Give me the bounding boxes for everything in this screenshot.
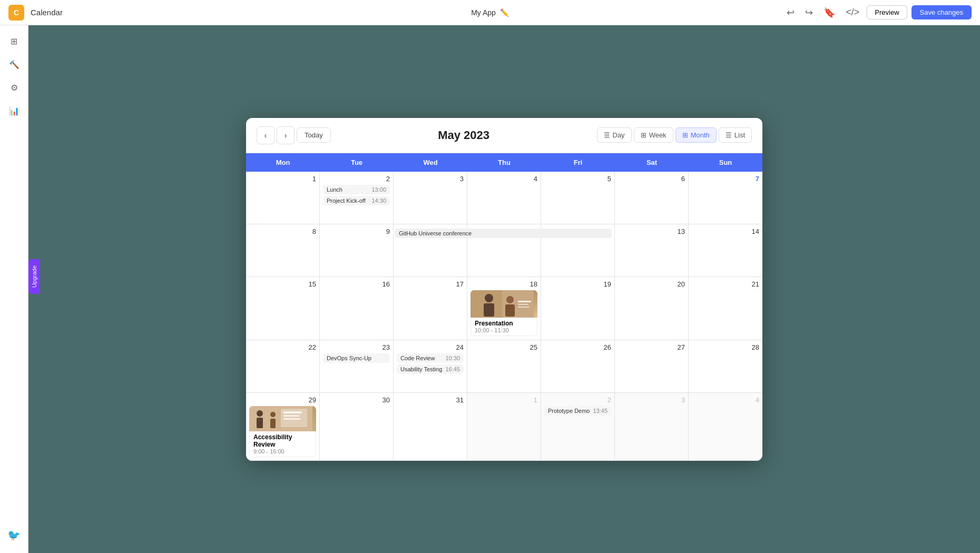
cell-may-31[interactable]: 31: [394, 393, 467, 461]
event-title: Prototype Demo: [548, 408, 590, 414]
next-month-button[interactable]: ›: [277, 126, 295, 144]
edit-icon[interactable]: ✏️: [500, 8, 509, 17]
week-view-icon: ⊞: [641, 131, 646, 139]
cell-may-2[interactable]: 2 Lunch 13:00 Project Kick-off 14:30: [320, 172, 394, 224]
date-16: 16: [323, 280, 390, 288]
cell-may-4[interactable]: 4: [467, 172, 541, 224]
sidebar-item-dashboard[interactable]: ⊞: [5, 32, 24, 51]
cell-may-21[interactable]: 21: [689, 277, 762, 340]
svg-point-2: [485, 294, 493, 302]
sidebar-item-analytics[interactable]: 📊: [5, 101, 24, 120]
cell-may-11[interactable]: 11: [467, 224, 541, 277]
blackbird-icon[interactable]: 🐦: [7, 529, 21, 541]
cell-jun-3[interactable]: 3: [615, 393, 689, 461]
topbar: C Calendar My App ✏️ ↩ ↪ 🔖 </> Preview S…: [0, 0, 980, 25]
cell-may-7[interactable]: 7: [689, 172, 762, 224]
cell-may-30[interactable]: 30: [320, 393, 394, 461]
event-code-review[interactable]: Code Review 10:30: [397, 353, 464, 363]
cell-may-8[interactable]: 8: [246, 224, 320, 277]
cell-may-5[interactable]: 5: [541, 172, 615, 224]
cell-may-1[interactable]: 1: [246, 172, 320, 224]
cell-may-24[interactable]: 24 Code Review 10:30 Usability Testing 1…: [394, 340, 467, 393]
prev-month-button[interactable]: ‹: [257, 126, 275, 144]
date-19: 19: [544, 280, 611, 288]
upgrade-sidebar[interactable]: Upgrade: [28, 259, 40, 294]
cell-jun-2[interactable]: 2 Prototype Demo 13:45: [541, 393, 615, 461]
cell-may-18[interactable]: 18: [467, 277, 541, 340]
date-27: 27: [618, 343, 685, 351]
cell-may-12[interactable]: 12: [541, 224, 615, 277]
cell-jun-1[interactable]: 1: [467, 393, 541, 461]
accessibility-card[interactable]: Accessibility Review 9:00 - 16:00: [249, 406, 316, 457]
event-usability[interactable]: Usability Testing 16:45: [397, 364, 464, 374]
cell-may-6[interactable]: 6: [615, 172, 689, 224]
cell-may-10[interactable]: 10: [394, 224, 467, 277]
presentation-title: Presentation: [475, 320, 533, 327]
save-button[interactable]: Save changes: [912, 5, 972, 19]
analytics-icon: 📊: [9, 106, 19, 116]
cell-may-25[interactable]: 25: [467, 340, 541, 393]
week-view-button[interactable]: ⊞ Week: [634, 127, 673, 143]
event-kickoff[interactable]: Project Kick-off 14:30: [323, 196, 390, 205]
cell-jun-4[interactable]: 4: [689, 393, 762, 461]
list-view-icon: ☰: [726, 131, 732, 139]
today-button[interactable]: Today: [297, 127, 331, 143]
presentation-card-body: Presentation 10:00 - 11:30: [471, 318, 537, 336]
date-28: 28: [692, 343, 759, 351]
sidebar: ⊞ 🔨 ⚙ 📊 🐦: [0, 25, 28, 553]
history-button[interactable]: 🔖: [820, 5, 838, 21]
date-29: 29: [249, 396, 316, 404]
svg-rect-5: [505, 304, 515, 317]
day-view-icon: ☰: [604, 131, 610, 139]
event-time: 16:45: [445, 366, 460, 372]
date-24: 24: [397, 343, 464, 351]
sidebar-item-tools[interactable]: 🔨: [5, 55, 24, 74]
date-1: 1: [249, 175, 316, 183]
presentation-card[interactable]: Presentation 10:00 - 11:30: [471, 290, 537, 336]
cell-may-23[interactable]: 23 DevOps Sync-Up: [320, 340, 394, 393]
topbar-center: My App ✏️: [471, 8, 509, 17]
week-4: 22 23 DevOps Sync-Up 24 Code Review 10:3…: [246, 340, 762, 393]
event-title: Lunch: [327, 186, 342, 193]
header-sun: Sun: [689, 153, 762, 172]
undo-button[interactable]: ↩: [783, 5, 798, 21]
date-17: 17: [397, 280, 464, 288]
cell-may-29[interactable]: 29: [246, 393, 320, 461]
event-title: DevOps Sync-Up: [327, 355, 371, 361]
cell-may-16[interactable]: 16: [320, 277, 394, 340]
presentation-time: 10:00 - 11:30: [475, 327, 533, 333]
event-prototype[interactable]: Prototype Demo 13:45: [544, 406, 611, 416]
date-6: 6: [618, 175, 685, 183]
list-view-button[interactable]: ☰ List: [719, 127, 752, 143]
cell-may-17[interactable]: 17: [394, 277, 467, 340]
date-23: 23: [323, 343, 390, 351]
preview-button[interactable]: Preview: [867, 5, 907, 19]
cell-may-15[interactable]: 15: [246, 277, 320, 340]
event-time: 14:30: [371, 197, 386, 204]
month-view-button[interactable]: ⊞ Month: [675, 127, 717, 143]
cell-may-13[interactable]: 13: [615, 224, 689, 277]
cell-may-26[interactable]: 26: [541, 340, 615, 393]
cell-may-3[interactable]: 3: [394, 172, 467, 224]
cell-may-14[interactable]: 14: [689, 224, 762, 277]
presentation-card-image: [471, 290, 537, 318]
accessibility-image-svg: [249, 406, 312, 431]
cell-may-22[interactable]: 22: [246, 340, 320, 393]
week-2: 8 9 10 11 12: [246, 224, 762, 277]
code-button[interactable]: </>: [842, 5, 863, 20]
svg-rect-13: [270, 419, 276, 428]
cell-may-28[interactable]: 28: [689, 340, 762, 393]
redo-button[interactable]: ↪: [802, 5, 816, 21]
event-lunch[interactable]: Lunch 13:00: [323, 185, 390, 194]
cell-may-19[interactable]: 19: [541, 277, 615, 340]
cell-may-9[interactable]: 9: [320, 224, 394, 277]
cell-may-27[interactable]: 27: [615, 340, 689, 393]
list-view-label: List: [734, 131, 745, 139]
day-view-button[interactable]: ☰ Day: [597, 127, 632, 143]
week-5: 29: [246, 393, 762, 461]
cell-may-20[interactable]: 20: [615, 277, 689, 340]
event-devops[interactable]: DevOps Sync-Up: [323, 353, 390, 363]
week-1: 1 2 Lunch 13:00 Project Kick-off 14:30: [246, 172, 762, 224]
sidebar-bottom: 🐦: [7, 529, 21, 547]
sidebar-item-settings[interactable]: ⚙: [5, 78, 24, 97]
